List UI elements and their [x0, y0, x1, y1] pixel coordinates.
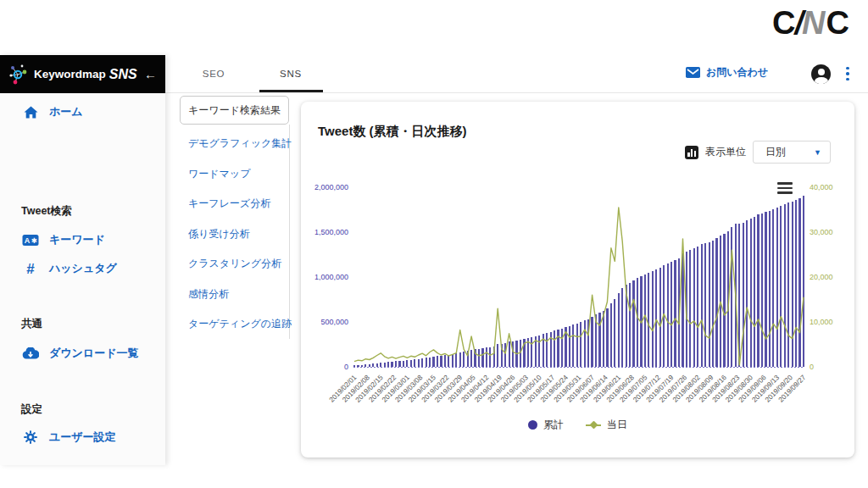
sidebar-section-common: 共通 — [21, 317, 42, 331]
svg-text:40,000: 40,000 — [810, 183, 833, 191]
bar-chart-icon — [685, 146, 698, 159]
svg-text:1,000,000: 1,000,000 — [314, 273, 348, 281]
submenu-item[interactable]: ワードマップ — [180, 159, 288, 190]
tab-sns[interactable]: SNS — [257, 55, 325, 92]
display-unit-value: 日別 — [765, 145, 814, 159]
cinc-letter-n: N — [802, 5, 825, 41]
chart-legend: 累計 当日 — [301, 418, 854, 432]
sidebar-item-downloads[interactable]: ダウンロード一覧 — [0, 341, 165, 365]
contact-label: お問い合わせ — [706, 65, 768, 80]
submenu-item[interactable]: 係り受け分析 — [180, 219, 288, 250]
sidebar-item-home[interactable]: ホーム — [0, 100, 165, 124]
keyword-icon: A ✱ — [21, 234, 40, 247]
active-tab-indicator — [259, 90, 323, 92]
sidebar-item-label: ハッシュタグ — [49, 261, 117, 276]
sidebar-item-label: キーワード — [49, 232, 105, 247]
cloud-download-icon — [21, 347, 40, 359]
app-logo[interactable]: Keywordmap SNS ← — [0, 55, 165, 93]
legend-item-cumulative[interactable]: 累計 — [528, 418, 564, 432]
svg-text:0: 0 — [810, 363, 814, 371]
submenu-divider — [289, 125, 290, 339]
chart-card: Tweet数 (累積・日次推移) 表示単位 日別 ▼ 0500,0001,000… — [301, 102, 854, 458]
cinc-corporate-logo: C/NC — [772, 5, 849, 42]
svg-text:0: 0 — [344, 363, 348, 371]
svg-text:10,000: 10,000 — [810, 318, 833, 326]
svg-text:✱: ✱ — [31, 236, 37, 245]
svg-text:A: A — [25, 236, 31, 245]
legend-marker-cumulative — [528, 420, 537, 430]
home-icon — [21, 106, 40, 119]
cinc-letter: C — [772, 5, 795, 41]
gear-icon — [21, 430, 40, 444]
sidebar-item-keyword[interactable]: A ✱ キーワード — [0, 228, 165, 252]
tweet-chart: 0500,0001,000,0001,500,0002,000,000010,0… — [301, 168, 854, 432]
user-avatar[interactable] — [811, 64, 831, 84]
chevron-down-icon: ▼ — [814, 148, 821, 157]
display-unit-label: 表示単位 — [705, 145, 746, 159]
svg-text:1,500,000: 1,500,000 — [314, 228, 348, 236]
tab-seo[interactable]: SEO — [180, 55, 248, 92]
svg-text:20,000: 20,000 — [810, 273, 833, 281]
app-topbar: SEO SNS お問い合わせ — [165, 55, 868, 93]
legend-marker-daily — [586, 424, 601, 426]
svg-text:30,000: 30,000 — [810, 228, 833, 236]
legend-label: 当日 — [607, 418, 627, 432]
mail-icon — [686, 67, 700, 78]
chart-title: Tweet数 (累積・日次推移) — [318, 124, 467, 140]
submenu-item[interactable]: ターゲティングの追跡 — [180, 309, 288, 340]
svg-text:2,000,000: 2,000,000 — [314, 183, 348, 191]
submenu-item-active[interactable]: キーワード検索結果 — [180, 96, 289, 125]
sidebar-section-tweet-search: Tweet検索 — [21, 204, 72, 219]
sidebar-item-label: ユーザー設定 — [49, 430, 116, 445]
submenu-item[interactable]: デモグラフィック集計 — [180, 129, 288, 159]
app-suffix: SNS — [109, 67, 137, 82]
sidebar: Keywordmap SNS ← ホーム Tweet検索 A ✱ キーワード # — [0, 55, 165, 465]
collapse-sidebar-arrow-icon[interactable]: ← — [144, 67, 157, 81]
kebab-menu-icon[interactable] — [841, 64, 854, 83]
submenu-item[interactable]: キーフレーズ分析 — [180, 189, 288, 219]
display-unit-control: 表示単位 日別 ▼ — [685, 141, 831, 164]
display-unit-select[interactable]: 日別 ▼ — [753, 141, 831, 164]
keywordmap-network-icon — [8, 64, 29, 86]
screen: C/NC SEO SNS お問い合わせ — [0, 0, 868, 488]
contact-button[interactable]: お問い合わせ — [686, 65, 768, 80]
legend-label: 累計 — [543, 418, 564, 432]
app-name: Keywordmap — [34, 68, 106, 80]
submenu-item[interactable]: 感情分析 — [180, 280, 288, 310]
sidebar-item-label: ダウンロード一覧 — [49, 346, 139, 361]
sidebar-section-settings: 設定 — [21, 402, 42, 417]
submenu-item[interactable]: クラスタリング分析 — [180, 249, 288, 280]
sidebar-item-label: ホーム — [49, 104, 83, 119]
cinc-letter: C — [826, 5, 849, 41]
hashtag-icon: # — [21, 262, 40, 276]
submenu-list: デモグラフィック集計ワードマップキーフレーズ分析係り受け分析クラスタリング分析感… — [180, 129, 288, 340]
svg-text:500,000: 500,000 — [320, 318, 348, 326]
sidebar-item-hashtag[interactable]: # ハッシュタグ — [0, 257, 165, 280]
sidebar-item-user-settings[interactable]: ユーザー設定 — [0, 425, 165, 449]
legend-item-daily[interactable]: 当日 — [586, 418, 627, 432]
